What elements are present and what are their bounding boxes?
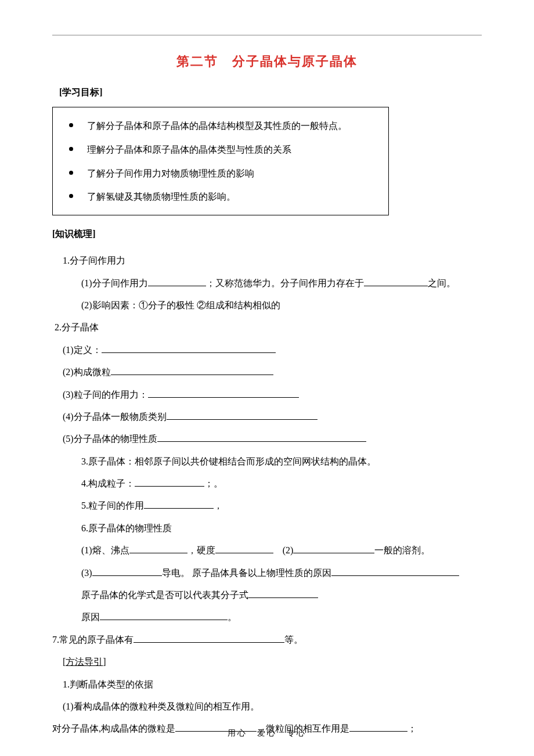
study-goals-heading: [学习目标] (59, 87, 482, 99)
knowledge-item-3: 3.原子晶体：相邻原子间以共价键相结合而形成的空间网状结构的晶体。 (81, 451, 482, 473)
fill-blank[interactable] (215, 544, 273, 553)
study-goals-box: 了解分子晶体和原子晶体的晶体结构模型及其性质的一般特点。 理解分子晶体和原子晶体… (52, 107, 389, 215)
fill-blank[interactable] (92, 567, 162, 576)
knowledge-item-2-3: (3)粒子间的作用力： (63, 384, 482, 406)
method-line-2: (1)看构成晶体的微粒种类及微粒间的相互作用。 (63, 696, 482, 718)
fill-blank[interactable] (129, 544, 187, 553)
text: 原因 (81, 612, 100, 622)
method-heading: [方法导引] (63, 651, 482, 673)
bullet-text: 了解分子晶体和原子晶体的晶体结构模型及其性质的一般特点。 (87, 118, 347, 135)
text: ， (214, 501, 223, 510)
fill-blank[interactable] (144, 499, 214, 509)
fill-blank[interactable] (111, 366, 273, 375)
knowledge-item-4: 4.构成粒子：；。 (81, 473, 482, 495)
knowledge-item-6-line4: 原因。 (81, 606, 482, 628)
bullet-text: 了解氢键及其物质物理性质的影响。 (87, 189, 236, 206)
fill-blank[interactable] (364, 277, 428, 286)
fill-blank[interactable] (331, 567, 459, 576)
text: (1)分子间作用力 (81, 278, 148, 288)
text: 一般的溶剂。 (374, 545, 430, 555)
text: ；。 (204, 478, 223, 488)
knowledge-item-2-1: (1)定义： (63, 339, 482, 361)
top-rule (52, 35, 482, 35)
text: 。 (228, 612, 237, 622)
text: (3)粒子间的作用力： (63, 390, 148, 399)
bullet-icon (69, 123, 73, 127)
text: 等。 (284, 635, 303, 645)
page-title: 第二节 分子晶体与原子晶体 (52, 53, 482, 70)
text: 4.构成粒子： (81, 478, 135, 488)
knowledge-item-6-line3: 原子晶体的化学式是否可以代表其分子式 (81, 584, 482, 606)
knowledge-item-2-2: (2)构成微粒 (63, 361, 482, 383)
bullet-icon (69, 194, 73, 198)
fill-blank[interactable] (148, 388, 299, 398)
text: 原子晶体的化学式是否可以代表其分子式 (81, 590, 248, 600)
text: 之间。 (428, 278, 456, 288)
knowledge-item-2-5: (5)分子晶体的物理性质 (63, 428, 482, 450)
text: (2)构成微粒 (63, 367, 111, 377)
page-footer: 用心 爱心 专心 (0, 728, 534, 739)
list-item: 了解氢键及其物质物理性质的影响。 (69, 189, 377, 206)
fill-blank[interactable] (148, 277, 206, 286)
fill-blank[interactable] (167, 411, 317, 420)
method-line-1: 1.判断晶体类型的依据 (63, 674, 482, 696)
knowledge-item-7: 7.常见的原子晶体有等。 (52, 629, 482, 651)
bullet-text: 了解分子间作用力对物质物理性质的影响 (87, 165, 254, 182)
text: (5)分子晶体的物理性质 (63, 434, 157, 444)
text: 导电。 原子晶体具备以上物理性质的原因 (162, 568, 331, 578)
text: ；又称范德华力。分子间作用力存在于 (206, 278, 364, 288)
text: (1)熔、沸点 (81, 545, 129, 555)
fill-blank[interactable] (135, 477, 204, 487)
text: 7.常见的原子晶体有 (52, 635, 134, 645)
knowledge-item-6-line2: (3)导电。 原子晶体具备以上物理性质的原因 (81, 562, 482, 584)
fill-blank[interactable] (157, 433, 366, 442)
knowledge-item-1-2: (2)影响因素：①分子的极性 ②组成和结构相似的 (81, 294, 482, 316)
text: (2) (283, 545, 294, 555)
fill-blank[interactable] (248, 589, 318, 598)
method-heading-text: 方法导引 (66, 657, 103, 667)
fill-blank[interactable] (102, 344, 276, 353)
bullet-text: 理解分子晶体和原子晶体的晶体类型与性质的关系 (87, 142, 291, 159)
text: ，硬度 (187, 545, 215, 555)
text: (4)分子晶体一般物质类别 (63, 412, 167, 422)
list-item: 了解分子晶体和原子晶体的晶体结构模型及其性质的一般特点。 (69, 118, 377, 135)
knowledge-heading: [知识梳理] (52, 228, 482, 240)
knowledge-item-1: 1.分子间作用力 (63, 250, 482, 272)
fill-blank[interactable] (100, 611, 228, 620)
bullet-icon (69, 171, 73, 175)
list-item: 理解分子晶体和原子晶体的晶体类型与性质的关系 (69, 142, 377, 159)
text: (3) (81, 568, 92, 578)
text: 5.粒子间的作用 (81, 501, 144, 510)
fill-blank[interactable] (293, 544, 374, 553)
knowledge-item-2-4: (4)分子晶体一般物质类别 (63, 406, 482, 428)
knowledge-item-6: 6.原子晶体的物理性质 (81, 517, 482, 539)
knowledge-item-2: 2.分子晶体 (55, 316, 482, 339)
fill-blank[interactable] (134, 633, 284, 643)
knowledge-item-1-1: (1)分子间作用力；又称范德华力。分子间作用力存在于之间。 (81, 272, 482, 294)
knowledge-item-6-line1: (1)熔、沸点，硬度 (2)一般的溶剂。 (81, 539, 482, 561)
knowledge-item-5: 5.粒子间的作用， (81, 495, 482, 517)
bullet-icon (69, 147, 73, 151)
list-item: 了解分子间作用力对物质物理性质的影响 (69, 165, 377, 182)
text: (1)定义： (63, 345, 102, 355)
